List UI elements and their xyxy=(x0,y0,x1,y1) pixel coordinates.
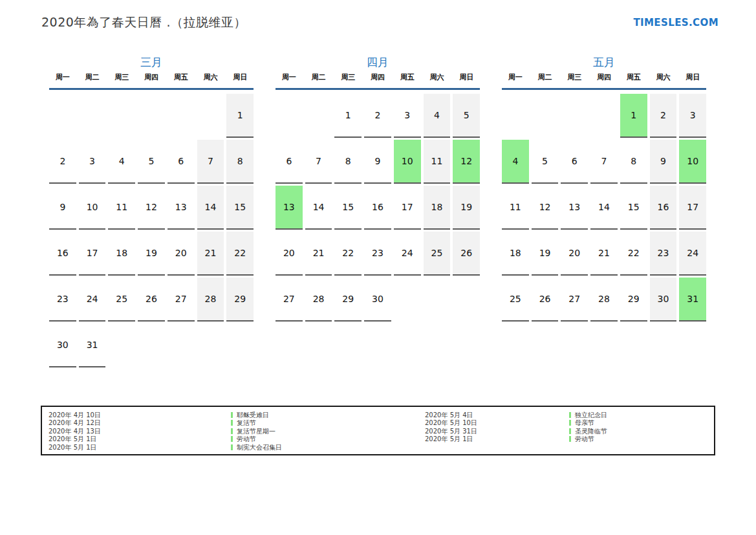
month-grid-may: 1234567891011121314151617181920212223242… xyxy=(502,94,706,322)
day-cell: 3 xyxy=(394,94,421,138)
weekday-label: 周一 xyxy=(49,73,76,82)
day-cell: 14 xyxy=(590,186,618,230)
legend-holiday-name: 圣灵降临节 xyxy=(575,428,607,435)
month-grid-march: 1234567891011121314151617181920212223242… xyxy=(49,94,254,367)
weekend-day-cell: 21 xyxy=(197,232,224,276)
legend-date: 2020年 4月 12日 xyxy=(49,419,101,427)
day-cell: 14 xyxy=(305,186,332,230)
weekend-day-cell: 9 xyxy=(650,140,677,184)
day-cell: 26 xyxy=(138,278,165,322)
day-cell: 29 xyxy=(620,278,647,322)
holiday-marker-icon xyxy=(231,428,233,434)
legend-holiday-name: 复活节 xyxy=(237,419,256,426)
empty-cell xyxy=(561,94,588,138)
legend-holiday-name: 制宪大会召集日 xyxy=(237,444,282,451)
holiday-day-cell: 10 xyxy=(394,140,421,184)
weekday-label: 周四 xyxy=(590,73,618,82)
legend-dates-column-left: 2020年 4月 10日2020年 4月 12日2020年 4月 13日2020… xyxy=(49,411,101,452)
day-cell: 17 xyxy=(394,186,421,230)
day-cell: 21 xyxy=(305,232,332,276)
day-cell: 25 xyxy=(108,278,135,322)
weekend-day-cell: 14 xyxy=(197,186,224,230)
holiday-day-cell: 10 xyxy=(679,140,706,184)
weekday-label: 周日 xyxy=(453,73,480,82)
month-title-april: 四月 xyxy=(275,55,480,69)
legend-holiday-name: 劳动节 xyxy=(237,435,256,442)
calendar-months-container: 三月周一周二周三周四周五周六周日123456789101112131415161… xyxy=(49,55,706,367)
day-cell: 6 xyxy=(275,140,303,184)
month-march: 三月周一周二周三周四周五周六周日123456789101112131415161… xyxy=(49,55,254,367)
weekend-day-cell: 23 xyxy=(650,232,677,276)
weekend-day-cell: 19 xyxy=(453,186,480,230)
holiday-marker-icon xyxy=(569,436,571,442)
day-cell: 9 xyxy=(49,186,76,230)
day-cell: 4 xyxy=(108,140,135,184)
day-cell: 27 xyxy=(275,278,303,322)
day-cell: 15 xyxy=(334,186,362,230)
day-cell: 5 xyxy=(138,140,165,184)
holiday-marker-icon xyxy=(569,412,571,418)
day-cell: 31 xyxy=(79,323,106,367)
empty-cell xyxy=(138,94,165,138)
weekday-label: 周三 xyxy=(334,73,362,82)
weekend-day-cell: 25 xyxy=(424,232,451,276)
day-cell: 10 xyxy=(79,186,106,230)
legend-names-column-right: 独立纪念日母亲节圣灵降临节劳动节 xyxy=(569,411,607,444)
empty-cell xyxy=(226,323,254,367)
empty-cell xyxy=(108,323,135,367)
page-title: 2020年為了春天日曆 .（拉脱维亚） xyxy=(41,14,246,31)
day-cell: 21 xyxy=(590,232,618,276)
weekend-day-cell: 15 xyxy=(226,186,254,230)
weekday-label: 周日 xyxy=(226,73,254,82)
weekday-label: 周一 xyxy=(502,73,529,82)
day-cell: 13 xyxy=(167,186,195,230)
site-logo-link[interactable]: TIMESLES.COM xyxy=(633,17,718,28)
day-cell: 16 xyxy=(364,186,391,230)
empty-cell xyxy=(394,278,421,322)
empty-cell xyxy=(167,94,195,138)
weekend-day-cell: 4 xyxy=(424,94,451,138)
legend-holiday-name: 独立纪念日 xyxy=(575,411,607,419)
weekend-day-cell: 11 xyxy=(424,140,451,184)
day-cell: 7 xyxy=(590,140,618,184)
weekday-label: 周二 xyxy=(79,73,106,82)
legend-name-row: 耶稣受难日 xyxy=(231,411,282,419)
empty-cell xyxy=(453,278,480,322)
holiday-day-cell: 1 xyxy=(620,94,647,138)
holiday-marker-icon xyxy=(231,412,233,418)
weekend-day-cell: 17 xyxy=(679,186,706,230)
day-cell: 25 xyxy=(502,278,529,322)
holiday-marker-icon xyxy=(569,428,571,434)
day-cell: 6 xyxy=(167,140,195,184)
day-cell: 27 xyxy=(167,278,195,322)
legend-name-row: 复活节星期一 xyxy=(231,428,282,435)
legend-holiday-name: 耶稣受难日 xyxy=(237,411,269,419)
month-title-may: 五月 xyxy=(502,55,706,69)
day-cell: 2 xyxy=(364,94,391,138)
legend-name-row: 母亲节 xyxy=(569,419,607,427)
weekday-header-row: 周一周二周三周四周五周六周日 xyxy=(275,73,480,90)
legend-name-row: 制宪大会召集日 xyxy=(231,444,282,452)
day-cell: 23 xyxy=(364,232,391,276)
weekday-label: 周日 xyxy=(679,73,706,82)
empty-cell xyxy=(502,94,529,138)
weekend-day-cell: 22 xyxy=(226,232,254,276)
day-cell: 29 xyxy=(334,278,362,322)
weekday-label: 周六 xyxy=(197,73,224,82)
weekday-label: 周六 xyxy=(424,73,451,82)
weekend-day-cell: 28 xyxy=(197,278,224,322)
day-cell: 11 xyxy=(108,186,135,230)
weekend-day-cell: 16 xyxy=(650,186,677,230)
day-cell: 18 xyxy=(108,232,135,276)
legend-date: 2020年 5月 1日 xyxy=(425,435,477,443)
legend-holiday-name: 复活节星期一 xyxy=(237,428,275,435)
day-cell: 27 xyxy=(561,278,588,322)
day-cell: 28 xyxy=(305,278,332,322)
weekend-day-cell: 24 xyxy=(679,232,706,276)
legend-dates-column-right: 2020年 5月 4日2020年 5月 10日2020年 5月 31日2020年… xyxy=(425,411,477,444)
weekday-label: 周五 xyxy=(620,73,647,82)
day-cell: 26 xyxy=(532,278,559,322)
legend-name-row: 劳动节 xyxy=(569,435,607,443)
weekend-day-cell: 18 xyxy=(424,186,451,230)
holiday-day-cell: 13 xyxy=(275,186,303,230)
